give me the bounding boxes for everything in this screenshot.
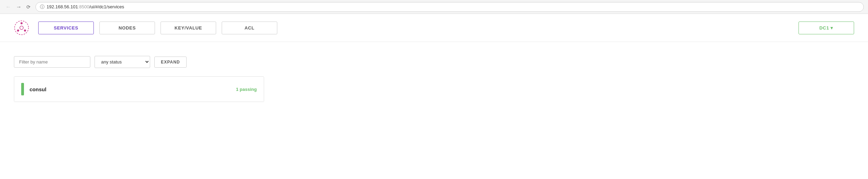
url-display: 192.168.56.101:8500/ui/#/dc1/services: [47, 4, 124, 9]
browser-navigation: ← → ⟳: [4, 3, 32, 10]
tab-services[interactable]: SERVICES: [38, 22, 94, 34]
dc-selector-button[interactable]: DC1 ▾: [799, 22, 854, 34]
service-health-text: 1 passing: [236, 87, 257, 92]
filter-bar: any status passing warning critical EXPA…: [14, 56, 854, 68]
top-navigation: SERVICES NODES KEY/VALUE ACL DC1 ▾: [0, 14, 868, 42]
expand-button[interactable]: EXPAND: [154, 57, 187, 68]
app-container: SERVICES NODES KEY/VALUE ACL DC1 ▾ any s…: [0, 14, 868, 116]
app-logo: [14, 20, 29, 35]
tab-acl[interactable]: ACL: [222, 22, 277, 34]
tab-nodes[interactable]: NODES: [99, 22, 155, 34]
service-status-indicator: [21, 83, 24, 95]
service-name: consul: [30, 86, 236, 92]
refresh-button[interactable]: ⟳: [25, 3, 32, 10]
service-list: consul 1 passing: [14, 76, 264, 102]
svg-point-2: [21, 22, 23, 24]
svg-point-4: [17, 29, 19, 32]
tab-keyvalue[interactable]: KEY/VALUE: [161, 22, 216, 34]
service-passing-count: 1 passing: [236, 87, 257, 92]
url-port: :8500: [78, 4, 89, 9]
url-host: 192.168.56.101: [47, 4, 78, 9]
security-icon: ⓘ: [40, 4, 44, 10]
filter-name-input[interactable]: [14, 56, 90, 68]
svg-point-1: [20, 26, 23, 29]
browser-chrome: ← → ⟳ ⓘ 192.168.56.101:8500/ui/#/dc1/ser…: [0, 0, 868, 14]
svg-point-3: [24, 29, 26, 32]
service-item[interactable]: consul 1 passing: [14, 77, 264, 102]
filter-status-select[interactable]: any status passing warning critical: [95, 56, 150, 68]
back-button[interactable]: ←: [4, 3, 13, 10]
forward-button[interactable]: →: [15, 3, 23, 10]
main-content: any status passing warning critical EXPA…: [0, 42, 868, 116]
url-path: /ui/#/dc1/services: [89, 4, 124, 9]
address-bar[interactable]: ⓘ 192.168.56.101:8500/ui/#/dc1/services: [35, 2, 864, 12]
